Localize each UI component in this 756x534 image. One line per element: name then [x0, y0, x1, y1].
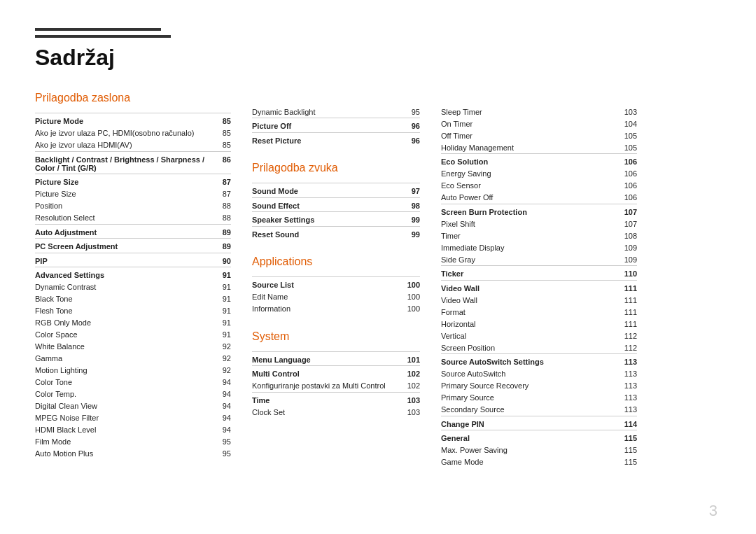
table-row: Picture Mode85 [35, 113, 231, 127]
toc-label: Horizontal [441, 318, 617, 330]
toc-label: Primary Source [441, 392, 617, 404]
table-row: Dynamic Contrast91 [35, 281, 231, 293]
toc-label: Off Timer [441, 129, 617, 141]
toc-page: 109 [617, 241, 637, 253]
toc-page: 85 [211, 113, 231, 127]
toc-label: Ako je izvor ulaza HDMI(AV) [35, 139, 211, 152]
toc-page: 95 [211, 436, 231, 448]
table-row: Dynamic Backlight95 [252, 106, 420, 118]
toc-page: 115 [617, 444, 637, 456]
toc-table-col3: Sleep Timer103On Timer104Off Timer105Hol… [441, 106, 637, 468]
toc-page: 113 [617, 380, 637, 392]
toc-label: Immediate Display [441, 241, 617, 253]
toc-page: 98 [400, 197, 420, 212]
table-row: Max. Power Saving115 [441, 444, 637, 456]
toc-label: HDMI Black Level [35, 424, 211, 436]
toc-page: 104 [617, 118, 637, 129]
column-2: Dynamic Backlight95Picture Off96Reset Pi… [252, 92, 441, 418]
toc-page: 111 [617, 306, 637, 318]
toc-page: 115 [617, 456, 637, 468]
toc-page: 101 [400, 351, 420, 366]
toc-page: 113 [617, 404, 637, 416]
toc-page: 91 [211, 267, 231, 281]
toc-page: 88 [211, 212, 231, 225]
table-row: Primary Source113 [441, 392, 637, 404]
column-1: Prilagodba zaslona Picture Mode85Ako je … [35, 92, 252, 460]
toc-page: 111 [617, 318, 637, 330]
toc-page: 112 [617, 330, 637, 342]
toc-label: Resolution Select [35, 212, 211, 225]
toc-page: 91 [211, 305, 231, 317]
toc-label: Sleep Timer [441, 106, 617, 118]
table-row: Format111 [441, 306, 637, 318]
toc-page: 102 [400, 380, 420, 393]
toc-page: 105 [617, 141, 637, 154]
table-row: Game Mode115 [441, 456, 637, 468]
toc-page: 111 [617, 294, 637, 306]
toc-label: Backlight / Contrast / Brightness / Shar… [35, 151, 211, 174]
toc-page: 94 [211, 388, 231, 400]
table-row: Side Gray109 [441, 253, 637, 266]
toc-page: 107 [617, 218, 637, 230]
toc-table-system: Menu Language101Multi Control102Konfigur… [252, 351, 420, 419]
toc-label: Menu Language [252, 351, 400, 366]
toc-page: 91 [211, 293, 231, 305]
toc-page: 87 [211, 188, 231, 200]
toc-label: Primary Source Recovery [441, 380, 617, 392]
toc-label: Video Wall [441, 294, 617, 306]
toc-table-col2-top: Dynamic Backlight95Picture Off96Reset Pi… [252, 106, 420, 146]
toc-page: 106 [617, 180, 637, 192]
toc-page: 92 [211, 365, 231, 377]
table-row: White Balance92 [35, 341, 231, 353]
section-title-system: System [252, 330, 420, 343]
table-row: Clock Set103 [252, 406, 420, 418]
table-row: Resolution Select88 [35, 212, 231, 225]
toc-page: 111 [617, 280, 637, 294]
table-row: Screen Position112 [441, 342, 637, 354]
toc-page: 92 [211, 353, 231, 365]
toc-page: 106 [617, 192, 637, 204]
toc-page: 110 [617, 266, 637, 281]
table-row: Multi Control102 [252, 366, 420, 380]
toc-label: Auto Adjustment [35, 224, 211, 239]
toc-label: Source AutoSwitch Settings [441, 354, 617, 368]
table-row: Sound Mode97 [252, 183, 420, 198]
toc-label: Energy Saving [441, 168, 617, 180]
toc-page: 112 [617, 342, 637, 354]
table-row: Eco Sensor106 [441, 180, 637, 192]
table-row: Film Mode95 [35, 436, 231, 448]
toc-label: Change PIN [441, 416, 617, 430]
toc-label: Picture Size [35, 174, 211, 188]
table-row: Advanced Settings91 [35, 267, 231, 281]
table-row: Sleep Timer103 [441, 106, 637, 118]
toc-label: Max. Power Saving [441, 444, 617, 456]
toc-label: Screen Burn Protection [441, 204, 617, 218]
toc-label: Sound Mode [252, 183, 400, 198]
toc-page: 88 [211, 200, 231, 212]
table-row: Energy Saving106 [441, 168, 637, 180]
table-row: Position88 [35, 200, 231, 212]
table-row: Source AutoSwitch Settings113 [441, 354, 637, 368]
table-row: MPEG Noise Filter94 [35, 412, 231, 424]
table-row: Auto Power Off106 [441, 192, 637, 204]
table-row: Reset Sound99 [252, 226, 420, 240]
toc-page: 86 [211, 151, 231, 174]
page-number: 3 [709, 502, 718, 520]
toc-label: Source AutoSwitch [441, 368, 617, 380]
toc-label: Information [252, 303, 400, 315]
table-row: Backlight / Contrast / Brightness / Shar… [35, 151, 231, 174]
table-row: Konfiguriranje postavki za Multi Control… [252, 380, 420, 393]
table-row: Source AutoSwitch113 [441, 368, 637, 380]
toc-page: 106 [617, 154, 637, 168]
toc-label: RGB Only Mode [35, 317, 211, 329]
toc-label: Auto Motion Plus [35, 448, 211, 460]
toc-page: 91 [211, 329, 231, 341]
toc-label: Source List [252, 277, 400, 291]
toc-page: 113 [617, 368, 637, 380]
toc-label: Color Tone [35, 377, 211, 388]
table-row: Time103 [252, 392, 420, 406]
toc-page: 105 [617, 129, 637, 141]
toc-page: 103 [400, 406, 420, 418]
table-row: RGB Only Mode91 [35, 317, 231, 329]
toc-page: 107 [617, 204, 637, 218]
